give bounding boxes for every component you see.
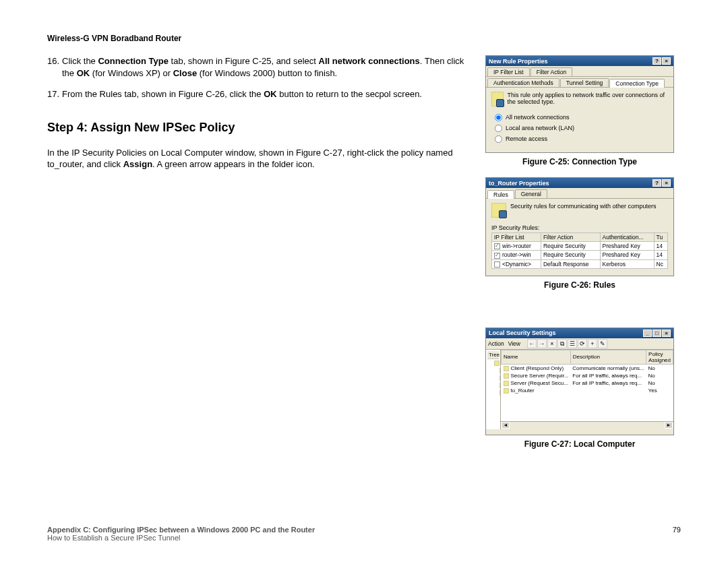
back-icon[interactable]: ←	[527, 339, 537, 348]
step-17: 17. From the Rules tab, shown in Figure …	[47, 88, 465, 100]
col-header[interactable]: Filter Action	[541, 233, 600, 242]
table-row[interactable]: win->routerRequire SecurityPreshared Key…	[492, 242, 668, 251]
list-item[interactable]: to_RouterYes	[502, 387, 673, 394]
text: From the Rules tab, shown in Figure C-26…	[62, 89, 264, 99]
cell: Secure Server (Requir...	[511, 373, 569, 379]
tree-item[interactable]: Account Policies	[487, 367, 499, 374]
forward-icon[interactable]: →	[537, 339, 547, 348]
minimize-button[interactable]: _	[643, 330, 652, 337]
menu-view[interactable]: View	[508, 340, 520, 347]
security-icon	[491, 203, 506, 218]
toolbar-icon[interactable]: ☰	[568, 339, 577, 348]
doc-header: Wireless-G VPN Boradband Router	[47, 34, 681, 43]
checkbox-icon[interactable]	[494, 261, 500, 268]
toolbar-icon[interactable]: +	[588, 339, 597, 348]
list-item[interactable]: Secure Server (Requir...For all IP traff…	[502, 372, 673, 379]
table-row[interactable]: <Dynamic>Default ResponseKerberosNc	[492, 259, 668, 268]
table-row[interactable]: router->winRequire SecurityPreshared Key…	[492, 251, 668, 259]
close-icon[interactable]: ×	[662, 330, 671, 337]
policy-icon	[504, 388, 509, 394]
col-header[interactable]: Name	[502, 350, 571, 364]
checkbox-icon[interactable]	[494, 243, 500, 249]
figure-c25-dialog: New Rule Properties ? × IP Filter List F…	[485, 55, 674, 153]
up-icon[interactable]: ×	[547, 339, 557, 348]
scrollbar[interactable]: ◄►	[501, 421, 673, 429]
policy-list: Name Description Policy Assigned Client …	[501, 350, 673, 394]
cell: 14	[654, 251, 667, 259]
folder-icon	[494, 361, 499, 366]
cell: 14	[654, 242, 667, 251]
radio-remote[interactable]: Remote access	[494, 135, 668, 144]
cell: Preshared Key	[600, 242, 654, 251]
text: (for Windows 2000) button to finish.	[197, 68, 337, 78]
figure-caption: Figure C-26: Rules	[485, 280, 674, 290]
tree-header: Tree	[487, 351, 499, 359]
col-header[interactable]: Policy Assigned	[646, 350, 673, 364]
cell: Preshared Key	[600, 251, 654, 259]
cell	[570, 387, 646, 394]
bold: OK	[264, 89, 277, 99]
toolbar-icon[interactable]: ✎	[598, 339, 607, 348]
radio-lan[interactable]: Local area network (LAN)	[494, 124, 668, 133]
menu-action[interactable]: Action	[488, 340, 504, 347]
text: tab, shown in Figure C-25, and select	[169, 56, 319, 66]
toolbar-icon[interactable]: ⧉	[557, 339, 567, 348]
text: (for Windows XP) or	[90, 68, 173, 78]
tab-general[interactable]: General	[515, 189, 547, 198]
rules-label: IP Security Rules:	[491, 224, 668, 231]
tab-connection-type[interactable]: Connection Type	[609, 79, 665, 88]
help-button[interactable]: ?	[653, 179, 661, 187]
tab-tunnel-setting[interactable]: Tunnel Setting	[560, 78, 609, 87]
cell: Communicate normally (uns...	[570, 364, 646, 372]
tab-rules[interactable]: Rules	[487, 190, 514, 199]
figure-caption: Figure C-25: Connection Type	[485, 157, 674, 166]
tree-item[interactable]: Security Settings	[487, 359, 499, 367]
radio-label: Local area network (LAN)	[506, 125, 574, 131]
tab-filter-action[interactable]: Filter Action	[530, 67, 572, 76]
step-heading: Step 4: Assign New IPSec Policy	[47, 121, 465, 135]
close-icon[interactable]: ×	[662, 179, 671, 187]
text: Click the	[62, 56, 98, 66]
tab-ip-filter-list[interactable]: IP Filter List	[487, 67, 530, 76]
col-header[interactable]: Authentication...	[600, 233, 654, 242]
tab-auth-methods[interactable]: Authentication Methods	[487, 78, 559, 87]
tree-item[interactable]: IP Security Policies on Local Machine	[487, 389, 499, 396]
tree-item[interactable]: Public Key Policies	[487, 381, 499, 389]
col-header[interactable]: Description	[570, 350, 646, 364]
radio-all-connections[interactable]: All network connections	[494, 113, 668, 122]
cell: Client (Respond Only)	[511, 365, 564, 371]
dialog-title: to_Router Properties	[489, 180, 549, 187]
footer-line2: How to Establish a Secure IPSec Tunnel	[47, 534, 315, 542]
tree-item[interactable]: Local Policies	[487, 374, 499, 381]
cell: to_Router	[511, 387, 535, 394]
col-header[interactable]: IP Filter List	[492, 233, 541, 242]
bold: Assign	[123, 159, 152, 169]
checkbox-icon[interactable]	[494, 253, 500, 259]
close-icon[interactable]: ×	[662, 57, 671, 65]
policy-icon	[504, 381, 509, 386]
list-item[interactable]: Server (Request Secu...For all IP traffi…	[502, 379, 673, 387]
scroll-left-icon[interactable]: ◄	[502, 422, 510, 429]
cell: Yes	[646, 387, 673, 394]
cell: Default Response	[541, 259, 600, 268]
help-button[interactable]: ?	[653, 57, 661, 65]
footer-left: Appendix C: Configuring IPSec between a …	[47, 526, 315, 542]
maximize-button[interactable]: □	[653, 330, 661, 337]
cell: Server (Request Secu...	[511, 380, 568, 386]
refresh-icon[interactable]: ⟳	[578, 339, 587, 348]
radio-label: All network connections	[506, 114, 570, 121]
list-item[interactable]: Client (Respond Only)Communicate normall…	[502, 364, 673, 372]
tree-pane: Tree Security Settings Account Policies …	[486, 350, 501, 429]
footer-line1: Appendix C: Configuring IPSec between a …	[47, 526, 315, 534]
figure-caption: Figure C-27: Local Computer	[485, 439, 674, 449]
cell: For all IP traffic, always req...	[570, 379, 646, 387]
cell: Nc	[654, 259, 667, 268]
col-header[interactable]: Tu	[654, 233, 667, 242]
tab-description: This rule only applies to network traffi…	[508, 92, 668, 105]
bold: Close	[173, 68, 197, 78]
scroll-right-icon[interactable]: ►	[665, 422, 673, 429]
step-number: 17.	[47, 88, 62, 100]
bold: All network connections	[319, 56, 420, 66]
policy-icon	[504, 373, 509, 379]
cell: router->win	[502, 251, 531, 258]
